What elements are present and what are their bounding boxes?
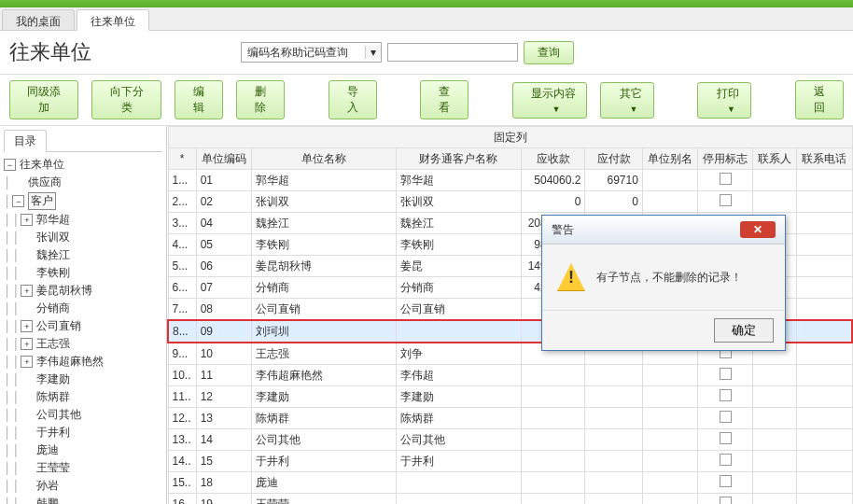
back-button[interactable]: 返回 <box>795 80 844 119</box>
tree-label: 郭华超 <box>36 212 70 228</box>
sub-classify-button[interactable]: 向下分类 <box>91 80 161 119</box>
col-contact[interactable]: 联系人 <box>753 148 797 170</box>
tree-node[interactable]: ││王莹莹 <box>4 459 162 477</box>
import-button[interactable]: 导入 <box>329 80 377 119</box>
checkbox-icon[interactable] <box>720 432 732 444</box>
tree-toggle-icon[interactable]: − <box>12 195 24 207</box>
tree-node[interactable]: ││分销商 <box>4 300 162 317</box>
tree-label: 韩鹏 <box>36 496 59 504</box>
tree-node[interactable]: ││公司其他 <box>4 406 162 424</box>
tree-label: 公司其他 <box>36 407 81 423</box>
col-recv[interactable]: 应收款 <box>522 148 585 170</box>
tree-label: 庞迪 <box>36 442 59 458</box>
tree-node[interactable]: −往来单位 <box>4 156 162 174</box>
table-row[interactable]: 13..14公司其他公司其他 <box>168 429 852 451</box>
col-fin-name[interactable]: 财务通客户名称 <box>396 148 521 170</box>
col-stop[interactable]: 停用标志 <box>698 148 753 170</box>
col-star[interactable]: * <box>168 148 196 170</box>
col-alias[interactable]: 单位别名 <box>642 148 697 170</box>
other-button[interactable]: 其它▼ <box>600 82 654 119</box>
tree-label: 王莹莹 <box>36 460 70 476</box>
tree-toggle-icon[interactable]: + <box>21 356 33 368</box>
tree-node[interactable]: ││李建勋 <box>4 371 162 388</box>
table-row[interactable]: 2...02张训双张训双00 <box>168 191 852 213</box>
col-pay[interactable]: 应付款 <box>585 148 642 170</box>
tree-tab[interactable]: 目录 <box>4 130 47 152</box>
checkbox-icon[interactable] <box>720 411 732 423</box>
checkbox-icon[interactable] <box>720 173 732 185</box>
tree-label: 李建勋 <box>36 371 70 387</box>
checkbox-icon[interactable] <box>720 389 732 401</box>
search-input[interactable] <box>387 43 518 62</box>
warning-icon: ! <box>557 263 585 291</box>
tree-node[interactable]: ││魏拴江 <box>4 246 162 264</box>
grid-super-header: 固定列 <box>168 127 852 148</box>
delete-button[interactable]: 删除 <box>236 80 285 119</box>
tree-label: 李伟超麻艳然 <box>36 354 104 370</box>
tree-label: 公司直销 <box>36 318 81 334</box>
tree-node[interactable]: ││李铁刚 <box>4 264 162 282</box>
dialog-title: 警告 <box>552 222 574 238</box>
tab-units[interactable]: 往来单位 <box>77 9 149 31</box>
edit-button[interactable]: 编辑 <box>175 80 223 119</box>
chevron-down-icon[interactable]: ▾ <box>365 46 381 59</box>
tree-toggle-icon[interactable]: + <box>21 320 33 332</box>
tree-node[interactable]: │−客户 <box>4 191 162 211</box>
show-content-button[interactable]: 显示内容▼ <box>512 82 587 119</box>
tree-label: 分销商 <box>36 301 70 316</box>
tree-label: 陈炳群 <box>36 389 70 405</box>
dialog-ok-button[interactable]: 确定 <box>714 318 774 343</box>
toolbar: 同级添加 向下分类 编辑 删除 导入 查看 显示内容▼ 其它▼ 打印▼ 返回 <box>0 75 853 126</box>
dialog-close-button[interactable]: ✕ <box>740 221 776 238</box>
chevron-down-icon: ▼ <box>629 105 637 114</box>
col-tel[interactable]: 联系电话 <box>797 148 852 170</box>
search-mode-text: 编码名称助记码查询 <box>242 45 365 61</box>
tree-node[interactable]: ││陈炳群 <box>4 388 162 406</box>
checkbox-icon[interactable] <box>720 454 732 466</box>
chevron-down-icon: ▼ <box>727 105 735 114</box>
tree-node[interactable]: ││于井利 <box>4 424 162 441</box>
tree-node[interactable]: │供应商 <box>4 174 162 191</box>
tree-toggle-icon[interactable]: + <box>21 214 33 226</box>
tree-node[interactable]: ││孙岩 <box>4 477 162 495</box>
search-button[interactable]: 查询 <box>524 41 574 64</box>
table-row[interactable]: 10..11李伟超麻艳然李伟超 <box>168 365 852 386</box>
print-button[interactable]: 打印▼ <box>697 82 751 119</box>
tree-node[interactable]: ││+李伟超麻艳然 <box>4 353 162 371</box>
table-row[interactable]: 12..13陈炳群陈炳群 <box>168 408 852 429</box>
search-mode-combo[interactable]: 编码名称助记码查询 ▾ <box>241 42 382 63</box>
warning-dialog: 警告 ✕ ! 有子节点，不能删除的记录！ 确定 <box>541 215 786 351</box>
tree-node[interactable]: ││+郭华超 <box>4 211 162 229</box>
checkbox-icon[interactable] <box>720 368 732 380</box>
tree-node[interactable]: ││+公司直销 <box>4 317 162 335</box>
tree-node[interactable]: ││庞迪 <box>4 441 162 459</box>
checkbox-icon[interactable] <box>720 475 732 487</box>
add-same-level-button[interactable]: 同级添加 <box>9 80 78 119</box>
tree-node[interactable]: ││韩鹏 <box>4 495 162 504</box>
checkbox-icon[interactable] <box>720 194 732 206</box>
tree-label: 孙岩 <box>36 478 59 494</box>
tree-label: 姜昆胡秋博 <box>36 283 92 299</box>
tree-node[interactable]: ││张训双 <box>4 229 162 246</box>
table-row[interactable]: 1...01郭华超郭华超504060.269710 <box>168 170 852 191</box>
tree-node[interactable]: ││+姜昆胡秋博 <box>4 282 162 300</box>
table-row[interactable]: 16..19王莹莹 <box>168 494 852 505</box>
tree-toggle-icon[interactable]: + <box>21 338 33 350</box>
view-button[interactable]: 查看 <box>420 80 468 119</box>
table-row[interactable]: 15..18庞迪 <box>168 472 852 494</box>
tree-node[interactable]: ││+王志强 <box>4 335 162 353</box>
table-row[interactable]: 11..12李建勋李建勋 <box>168 386 852 408</box>
col-name[interactable]: 单位名称 <box>251 148 396 170</box>
chevron-down-icon: ▼ <box>552 105 560 114</box>
tree-label: 李铁刚 <box>36 265 70 281</box>
tree-toggle-icon[interactable]: + <box>21 285 33 297</box>
tree-sidebar: 目录 −往来单位│供应商│−客户││+郭华超││张训双││魏拴江││李铁刚││+… <box>0 126 167 504</box>
tree-label: 往来单位 <box>20 157 64 173</box>
grid-header-row: * 单位编码 单位名称 财务通客户名称 应收款 应付款 单位别名 停用标志 联系… <box>168 148 852 170</box>
col-code[interactable]: 单位编码 <box>196 148 251 170</box>
tab-desktop[interactable]: 我的桌面 <box>2 9 75 30</box>
page-title: 往来单位 <box>9 38 91 66</box>
table-row[interactable]: 14..15于井利于井利 <box>168 451 852 472</box>
checkbox-icon[interactable] <box>720 497 732 504</box>
tree-toggle-icon[interactable]: − <box>4 159 16 171</box>
